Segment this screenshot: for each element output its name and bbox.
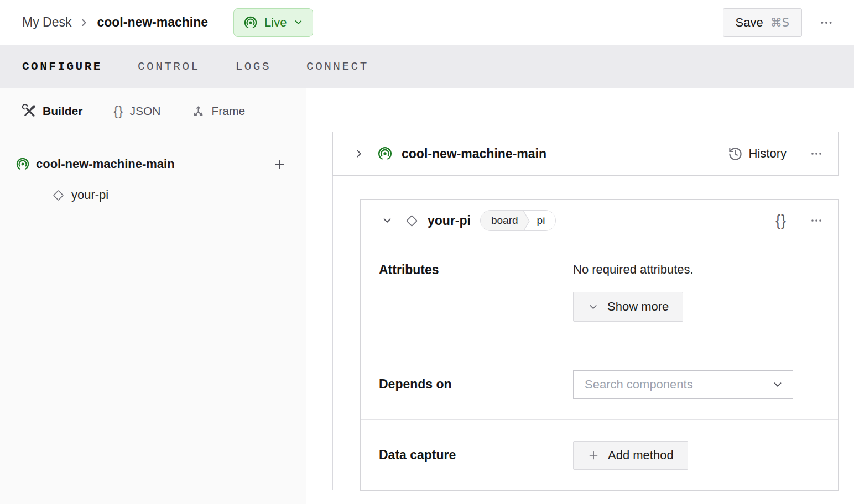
- add-component-button[interactable]: [273, 158, 286, 171]
- tab-control[interactable]: CONTROL: [138, 60, 200, 73]
- chevron-down-icon: [587, 301, 599, 313]
- tree-machine-label: cool-new-machine-main: [36, 157, 175, 171]
- save-shortcut-hint: ⌘S: [770, 16, 789, 29]
- tree-item-your-pi[interactable]: your-pi: [15, 180, 286, 211]
- depends-on-label: Depends on: [379, 377, 573, 392]
- meatball-menu-icon: [819, 15, 834, 30]
- broadcast-icon: [377, 146, 393, 161]
- component-card-header: your-pi board pi {}: [361, 200, 838, 242]
- machine-part-title: cool-new-machine-main: [402, 146, 546, 161]
- history-label: History: [749, 146, 787, 161]
- top-bar: My Desk cool-new-machine Live Save ⌘S: [0, 0, 854, 45]
- tree-component-label: your-pi: [71, 188, 108, 202]
- tab-configure[interactable]: CONFIGURE: [22, 60, 102, 73]
- tools-icon: [22, 104, 37, 118]
- machine-card-menu-button[interactable]: [809, 146, 824, 161]
- breadcrumb-parent-link[interactable]: My Desk: [22, 15, 71, 30]
- mode-json-label: JSON: [129, 104, 160, 118]
- badge-divider-chevron: [523, 211, 532, 231]
- machine-part-card: cool-new-machine-main History: [332, 132, 839, 176]
- component-card: your-pi board pi {} Attributes: [360, 199, 839, 491]
- data-capture-section: Data capture Add method: [361, 419, 838, 490]
- live-status-button[interactable]: Live: [233, 8, 313, 37]
- config-main-panel: cool-new-machine-main History: [306, 88, 854, 504]
- add-method-button[interactable]: Add method: [573, 441, 688, 470]
- save-button[interactable]: Save ⌘S: [723, 8, 803, 37]
- component-type-model-badge: board pi: [480, 210, 556, 231]
- tree-connector-rail: [332, 176, 333, 490]
- more-options-button[interactable]: [819, 15, 834, 30]
- tree-item-machine-part[interactable]: cool-new-machine-main: [15, 149, 286, 180]
- plus-icon: [587, 449, 600, 461]
- show-more-label: Show more: [607, 300, 669, 314]
- component-type-label: board: [481, 211, 523, 230]
- diamond-icon: [52, 189, 65, 202]
- history-button[interactable]: History: [728, 146, 787, 161]
- breadcrumb-chevron-icon: [79, 17, 90, 28]
- component-tree: cool-new-machine-main your-pi: [0, 134, 306, 211]
- meatball-menu-icon: [809, 146, 824, 161]
- data-capture-label: Data capture: [379, 448, 573, 463]
- mode-frame[interactable]: Frame: [191, 104, 245, 118]
- diamond-icon: [405, 214, 419, 228]
- expand-chevron-right-icon[interactable]: [353, 148, 365, 160]
- tab-connect[interactable]: CONNECT: [306, 60, 369, 73]
- mode-json[interactable]: {} JSON: [113, 103, 160, 119]
- collapse-chevron-down-icon[interactable]: [381, 214, 393, 227]
- mode-frame-label: Frame: [211, 104, 245, 118]
- component-title: your-pi: [428, 213, 471, 228]
- breadcrumb-machine-name: cool-new-machine: [97, 15, 208, 30]
- component-card-menu-button[interactable]: [809, 213, 824, 228]
- chevron-down-icon: [293, 17, 304, 28]
- braces-icon: {}: [113, 103, 123, 119]
- show-more-button[interactable]: Show more: [573, 292, 683, 322]
- depends-on-section: Depends on: [361, 349, 838, 419]
- tab-logs[interactable]: LOGS: [236, 60, 271, 73]
- plus-icon: [273, 158, 286, 171]
- attributes-content: No required attributes. Show more: [573, 262, 694, 349]
- main-tab-bar: CONFIGURE CONTROL LOGS CONNECT: [0, 45, 854, 88]
- attributes-empty-text: No required attributes.: [573, 262, 694, 277]
- history-icon: [728, 146, 743, 161]
- view-mode-toggle: Builder {} JSON Frame: [0, 88, 306, 134]
- chevron-down-icon: [772, 379, 784, 391]
- broadcast-icon: [15, 157, 30, 171]
- broadcast-icon: [243, 15, 258, 30]
- live-status-label: Live: [264, 15, 287, 30]
- mode-builder[interactable]: Builder: [22, 104, 82, 118]
- meatball-menu-icon: [809, 213, 824, 228]
- json-view-button[interactable]: {}: [775, 212, 787, 229]
- config-sidebar: Builder {} JSON Frame: [0, 88, 306, 504]
- component-model-label: pi: [532, 211, 556, 230]
- attributes-label: Attributes: [379, 262, 573, 349]
- content-area: Builder {} JSON Frame: [0, 88, 854, 504]
- search-components-select[interactable]: [573, 370, 793, 399]
- mode-builder-label: Builder: [43, 104, 82, 118]
- save-button-label: Save: [736, 15, 763, 30]
- add-method-label: Add method: [608, 448, 674, 463]
- attributes-section: Attributes No required attributes. Show …: [361, 242, 838, 349]
- search-components-input[interactable]: [585, 377, 772, 392]
- frame-axes-icon: [191, 104, 205, 118]
